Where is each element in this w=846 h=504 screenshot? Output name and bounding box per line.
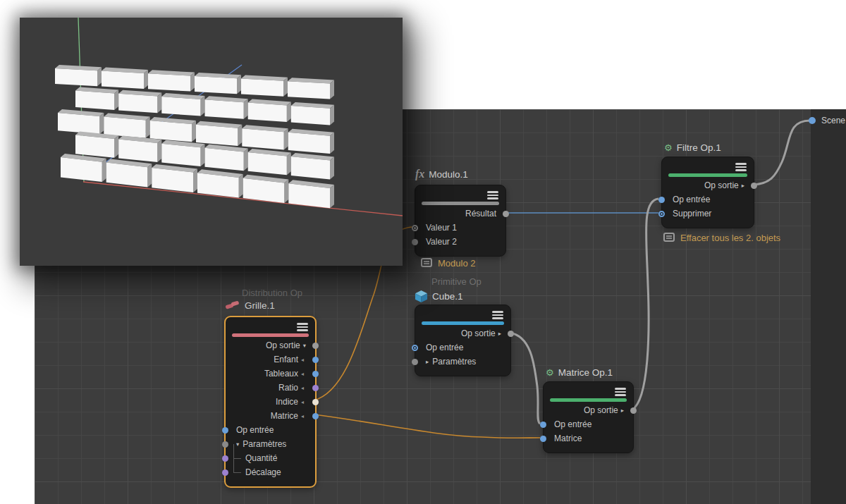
port-matrice[interactable]: Matrice: [544, 431, 633, 445]
port-matrice[interactable]: Matrice◂: [226, 409, 315, 423]
port-valeur-1[interactable]: Valeur 1: [415, 221, 505, 235]
brick-face: [58, 113, 99, 134]
brick-face: [157, 140, 161, 162]
port-op-entr-e[interactable]: Op entrée: [544, 417, 633, 431]
node-grille[interactable]: Op sortie▾Enfant◂Tableaux◂Ratio◂Indice◂M…: [224, 316, 317, 488]
comment-icon: [421, 258, 432, 269]
gear-icon: ⚙: [546, 368, 554, 377]
menu-icon[interactable]: [615, 388, 626, 396]
port-dot[interactable]: [658, 197, 665, 203]
port-dot[interactable]: [222, 441, 228, 448]
port-dot[interactable]: [312, 357, 319, 363]
port-dot[interactable]: [312, 413, 319, 419]
port-enfant[interactable]: Enfant◂: [226, 352, 315, 367]
brick-face: [114, 135, 118, 158]
port-dot[interactable]: [222, 469, 228, 476]
node-color-strip: [422, 202, 499, 205]
node-title: Cube.1: [432, 291, 463, 302]
node-title: Matrice Op.1: [558, 367, 613, 378]
port-tableaux[interactable]: Tableaux◂: [226, 367, 315, 381]
port-dot[interactable]: [751, 183, 757, 189]
brick-face: [205, 148, 244, 171]
port-dot[interactable]: [540, 436, 546, 442]
port-label: Op entrée: [673, 195, 710, 204]
port-menu-triangle-icon[interactable]: ▸: [621, 407, 624, 414]
port-dot[interactable]: [508, 331, 514, 337]
port-valeur-2[interactable]: Valeur 2: [415, 235, 505, 249]
port-dot[interactable]: [222, 427, 228, 434]
node-color-strip: [232, 333, 309, 337]
port-op-sortie[interactable]: Op sortie▾: [226, 338, 315, 352]
brick-face: [287, 102, 291, 123]
brick-face: [102, 71, 144, 89]
port-dot[interactable]: [412, 239, 418, 245]
port-label: Résultat: [465, 209, 496, 219]
expand-triangle-icon[interactable]: ▸: [426, 358, 429, 365]
port-op-sortie[interactable]: Op sortie▸: [544, 403, 633, 417]
brick-face: [161, 144, 200, 166]
node-filtre[interactable]: Op sortie▸Op entréeSupprimer: [661, 156, 754, 228]
comment-modulo[interactable]: Modulo 2: [421, 258, 475, 269]
brick-face: [148, 73, 190, 91]
brick-face: [102, 159, 106, 182]
brick-face: [195, 76, 237, 94]
menu-icon[interactable]: [735, 163, 747, 171]
menu-icon[interactable]: [297, 323, 308, 331]
port-label: Op entrée: [426, 343, 463, 352]
port-dot[interactable]: [222, 455, 228, 462]
port-dot[interactable]: [312, 371, 319, 377]
scene-port-dot[interactable]: [809, 117, 816, 124]
node-title: Filtre Op.1: [677, 142, 721, 153]
node-matrice[interactable]: Op sortie▸Op entréeMatrice: [543, 381, 634, 453]
port-r-sultat[interactable]: Résultat: [415, 207, 505, 221]
port-op-entr-e[interactable]: Op entrée: [415, 340, 510, 355]
node-header-matrice: ⚙ Matrice Op.1: [546, 367, 613, 378]
node-cube[interactable]: Op sortie▸Op entrée▸Paramètres: [415, 305, 511, 376]
node-modulo[interactable]: RésultatValeur 1Valeur 2: [415, 185, 506, 257]
menu-icon[interactable]: [487, 191, 498, 199]
port-menu-triangle-icon[interactable]: ▾: [303, 342, 306, 349]
port-dot[interactable]: [312, 385, 319, 391]
brick-face: [150, 121, 192, 142]
port-dot[interactable]: [312, 399, 319, 405]
port-dot[interactable]: [658, 211, 665, 217]
brick-face: [284, 128, 288, 149]
brick-face: [146, 117, 150, 138]
port-label: Op entrée: [236, 425, 274, 435]
viewport-render: [20, 18, 403, 266]
port-dot[interactable]: [503, 211, 509, 217]
port-ratio[interactable]: Ratio◂: [226, 381, 315, 395]
port-op-sortie[interactable]: Op sortie▸: [662, 178, 754, 192]
brick-face: [55, 68, 97, 86]
port-label: Valeur 1: [426, 223, 457, 233]
menu-icon[interactable]: [492, 311, 503, 319]
port-dot[interactable]: [312, 343, 319, 349]
port-op-entr-e[interactable]: Op entrée: [226, 423, 315, 437]
port-param-tres[interactable]: ▸Paramètres: [415, 355, 510, 369]
port-indice[interactable]: Indice◂: [226, 395, 315, 409]
port-supprimer[interactable]: Supprimer: [662, 207, 754, 221]
scene-label: Scene: [821, 116, 845, 125]
brick-face: [291, 156, 330, 179]
port-op-entr-e[interactable]: Op entrée: [662, 192, 754, 207]
comment-filtre[interactable]: Effacer tous les 2. objets: [663, 233, 780, 243]
port-menu-triangle-icon[interactable]: ▸: [742, 182, 744, 189]
port-dot[interactable]: [630, 407, 637, 414]
port-tick-icon: ◂: [301, 385, 304, 391]
brick-face: [330, 133, 334, 154]
node-color-strip: [422, 321, 504, 325]
brick-face: [241, 79, 283, 97]
port-dot[interactable]: [540, 422, 546, 428]
port-op-sortie[interactable]: Op sortie▸: [415, 326, 510, 340]
3d-viewport-window[interactable]: [20, 18, 403, 266]
port-tick-icon: ◂: [301, 371, 304, 377]
port-d-calage[interactable]: Décalage: [226, 465, 315, 479]
port-menu-triangle-icon[interactable]: ▸: [498, 330, 501, 337]
brick-face: [75, 91, 114, 111]
brick-face: [238, 125, 242, 146]
fx-icon: fx: [415, 168, 424, 180]
port-dot[interactable]: [412, 359, 418, 365]
port-label: Valeur 2: [426, 237, 457, 247]
port-dot[interactable]: [412, 345, 418, 351]
port-dot[interactable]: [412, 225, 418, 231]
